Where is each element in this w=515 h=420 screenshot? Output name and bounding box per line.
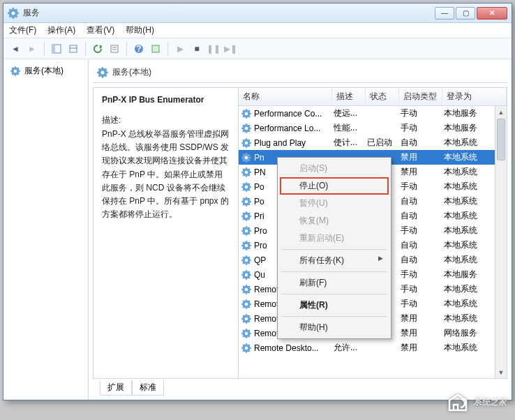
minimize-button[interactable]: — bbox=[435, 7, 454, 20]
tree-item-label: 服务(本地) bbox=[24, 65, 64, 77]
menu-resume[interactable]: 恢复(M) bbox=[280, 212, 389, 230]
restart-service-button[interactable]: ▶❚ bbox=[223, 41, 238, 57]
column-logon-as[interactable]: 登录为 bbox=[442, 88, 507, 105]
close-button[interactable]: ✕ bbox=[477, 7, 507, 20]
cell-startup: 手动 bbox=[401, 298, 444, 310]
content-title: 服务(本地) bbox=[112, 66, 151, 78]
column-description[interactable]: 描述 bbox=[332, 88, 366, 105]
scroll-down-icon[interactable]: ▼ bbox=[495, 366, 507, 378]
column-name[interactable]: 名称 bbox=[239, 88, 332, 105]
menu-pause[interactable]: 暂停(U) bbox=[280, 195, 389, 212]
detail-pane: PnP-X IP Bus Enumerator 描述: PnP-X 总线枚举器服… bbox=[94, 88, 239, 378]
service-icon bbox=[241, 211, 251, 221]
tab-standard[interactable]: 标准 bbox=[132, 380, 164, 396]
cell-startup: 禁用 bbox=[401, 166, 444, 178]
cell-startup: 禁用 bbox=[401, 151, 444, 163]
svg-rect-19 bbox=[152, 45, 159, 52]
titlebar[interactable]: 服务 — ▢ ✕ bbox=[3, 3, 512, 23]
scroll-up-icon[interactable]: ▲ bbox=[495, 106, 507, 118]
cell-startup: 手动 bbox=[401, 107, 444, 119]
export-list-button[interactable] bbox=[66, 41, 81, 57]
properties-button[interactable] bbox=[107, 41, 122, 57]
help-button[interactable]: ? bbox=[131, 41, 147, 57]
cell-startup: 禁用 bbox=[401, 313, 444, 324]
refresh-button[interactable] bbox=[90, 41, 105, 57]
service-row[interactable]: Plug and Play使计...已启动自动本地系统 bbox=[239, 135, 507, 150]
watermark-text: 系统之家 bbox=[473, 396, 507, 408]
menu-start[interactable]: 启动(S) bbox=[280, 160, 389, 177]
cell-desc: 性能... bbox=[334, 122, 367, 134]
menu-help[interactable]: 帮助(H) bbox=[280, 319, 389, 336]
service-icon bbox=[241, 314, 251, 324]
watermark-icon bbox=[445, 389, 470, 414]
service-icon bbox=[241, 285, 251, 294]
cell-startup: 禁用 bbox=[401, 342, 444, 354]
back-button[interactable]: ◄ bbox=[8, 41, 23, 57]
service-icon bbox=[241, 182, 251, 192]
watermark: 系统之家 bbox=[445, 389, 507, 414]
forward-button[interactable]: ► bbox=[24, 41, 40, 57]
service-row[interactable]: Performance Lo...性能...手动本地服务 bbox=[239, 121, 507, 135]
content-header: 服务(本地) bbox=[93, 63, 507, 81]
tab-extended[interactable]: 扩展 bbox=[100, 380, 132, 396]
cell-status: 已启动 bbox=[367, 137, 401, 149]
action-button[interactable] bbox=[148, 41, 163, 57]
service-icon bbox=[241, 153, 251, 163]
selected-service-name: PnP-X IP Bus Enumerator bbox=[102, 95, 230, 105]
service-icon bbox=[241, 299, 251, 309]
cell-desc: 允许... bbox=[334, 342, 367, 354]
cell-startup: 禁用 bbox=[401, 327, 444, 339]
menu-action[interactable]: 操作(A) bbox=[47, 24, 75, 36]
cell-name: Plug and Play bbox=[254, 138, 334, 148]
column-startup-type[interactable]: 启动类型 bbox=[399, 88, 442, 105]
menu-stop[interactable]: 停止(O) bbox=[280, 177, 389, 195]
cell-startup: 自动 bbox=[401, 137, 444, 149]
cell-startup: 自动 bbox=[401, 210, 444, 222]
description-text: PnP-X 总线枚举器服务管理虚拟网络总线。该服务使用 SSDP/WS 发现协议… bbox=[102, 128, 230, 221]
service-row[interactable]: Remote Deskto...允许...禁用本地系统 bbox=[239, 340, 507, 355]
menu-properties[interactable]: 属性(R) bbox=[280, 297, 389, 314]
svg-rect-14 bbox=[111, 45, 118, 52]
maximize-button[interactable]: ▢ bbox=[456, 7, 475, 20]
service-icon bbox=[241, 343, 251, 353]
cell-startup: 手动 bbox=[401, 122, 444, 134]
service-icon bbox=[241, 255, 251, 265]
services-icon bbox=[10, 66, 20, 76]
tree-item-services[interactable]: 服务(本地) bbox=[8, 63, 84, 78]
window-title: 服务 bbox=[23, 7, 435, 19]
service-icon bbox=[241, 329, 251, 338]
cell-desc: 使远... bbox=[334, 107, 367, 119]
cell-startup: 手动 bbox=[401, 225, 444, 237]
cell-startup: 手动 bbox=[401, 269, 444, 280]
service-icon bbox=[241, 270, 251, 280]
service-row[interactable]: Performance Co...使远...手动本地服务 bbox=[239, 106, 507, 121]
column-status[interactable]: 状态 bbox=[366, 88, 399, 105]
service-icon bbox=[241, 197, 251, 207]
tree-pane: 服务(本地) bbox=[3, 59, 89, 400]
cell-startup: 自动 bbox=[401, 239, 444, 251]
menu-view[interactable]: 查看(V) bbox=[87, 24, 114, 36]
vertical-scrollbar[interactable]: ▲ ▼ bbox=[495, 106, 507, 378]
cell-startup: 自动 bbox=[401, 195, 444, 207]
menubar: 文件(F) 操作(A) 查看(V) 帮助(H) bbox=[3, 23, 512, 38]
stop-service-button[interactable]: ■ bbox=[189, 41, 204, 57]
service-icon bbox=[241, 226, 251, 236]
show-hide-tree-button[interactable] bbox=[49, 41, 64, 57]
menu-file[interactable]: 文件(F) bbox=[9, 24, 36, 36]
menu-all-tasks[interactable]: 所有任务(K) bbox=[280, 252, 389, 269]
menu-restart[interactable]: 重新启动(E) bbox=[280, 230, 389, 247]
start-service-button[interactable]: ▶ bbox=[172, 41, 188, 57]
svg-rect-11 bbox=[52, 45, 55, 53]
cell-startup: 自动 bbox=[401, 254, 444, 266]
description-label: 描述: bbox=[102, 114, 230, 126]
cell-name: Performance Co... bbox=[254, 109, 334, 119]
service-icon bbox=[241, 109, 251, 119]
svg-rect-12 bbox=[70, 45, 77, 52]
menu-refresh[interactable]: 刷新(F) bbox=[280, 274, 389, 292]
services-icon bbox=[97, 67, 108, 78]
svg-text:?: ? bbox=[136, 44, 141, 54]
menu-help[interactable]: 帮助(H) bbox=[126, 24, 154, 36]
pause-service-button[interactable]: ❚❚ bbox=[206, 41, 221, 57]
scroll-thumb[interactable] bbox=[497, 119, 505, 160]
cell-desc: 使计... bbox=[334, 137, 367, 149]
